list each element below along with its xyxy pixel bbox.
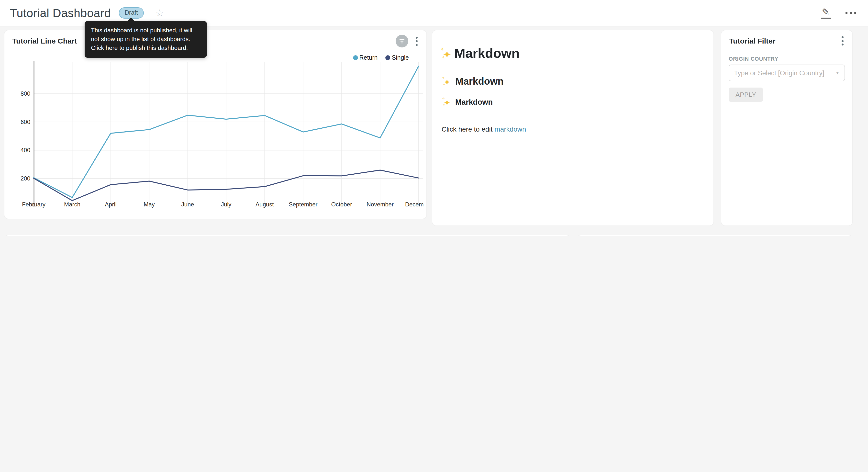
filter-scope-icon[interactable] [396,35,408,48]
svg-text:600: 600 [21,119,30,125]
markdown-h2: ✦✧✧ Markdown [441,76,706,87]
header-actions: ✎ [821,7,858,19]
sparkles-icon: ✦✧✧ [440,47,454,60]
page-title: Tutorial Dashboard [10,6,111,20]
table-card: Tutorial Table Travel Class▲▼COUNT(*)▲▼S… [577,235,852,236]
origin-country-select[interactable]: Type or Select [Origin Country] ▼ [728,65,845,81]
more-menu-icon[interactable] [843,10,858,16]
publish-tooltip[interactable]: This dashboard is not published, it will… [85,21,207,57]
filter-card: Tutorial Filter ORIGIN COUNTRY Type or S… [721,30,852,226]
chart-kebab-icon[interactable] [414,35,419,47]
filter-title: Tutorial Filter [729,37,775,45]
svg-text:September: September [289,201,317,208]
svg-text:October: October [331,201,352,208]
edit-pencil-icon[interactable]: ✎ [821,7,831,19]
markdown-body: ✦✧✧ Markdown ✦✧✧ Markdown ✦✧✧ Markdown C… [441,34,706,133]
markdown-edit-link[interactable]: markdown [494,125,526,133]
markdown-paragraph: Click here to edit markdown [441,125,706,133]
line-chart-plot: 200400600800FebruaryMarchAprilMayJuneJul… [9,58,424,216]
line-chart-card: Tutorial Line Chart ReturnSingle 2004006… [4,30,427,218]
svg-text:800: 800 [21,90,30,97]
pivot-chart-card: Tutorial Pivot Chart SUM(Cost)Department… [4,235,570,236]
draft-badge[interactable]: Draft [119,7,144,19]
filter-kebab-icon[interactable] [840,35,845,47]
chevron-down-icon: ▼ [835,70,840,75]
markdown-h3: ✦✧✧ Markdown [441,97,706,108]
svg-text:February: February [22,201,45,208]
filter-actions [840,35,845,47]
select-placeholder: Type or Select [Origin Country] [734,69,833,77]
dashboard-page: Tutorial Dashboard Draft ☆ ✎ This dashbo… [0,0,868,236]
line-chart-actions [396,35,419,48]
markdown-card: ✦✧✧ Markdown ✦✧✧ Markdown ✦✧✧ Markdown C… [432,30,713,226]
favorite-star-icon[interactable]: ☆ [156,8,164,18]
sparkles-icon: ✦✧✧ [441,97,452,108]
line-chart-title: Tutorial Line Chart [12,37,77,45]
svg-text:May: May [144,201,155,208]
svg-text:December: December [405,201,424,208]
svg-text:400: 400 [21,147,30,153]
markdown-h1: ✦✧✧ Markdown [441,46,706,61]
svg-text:200: 200 [21,175,30,182]
svg-text:August: August [255,201,274,208]
svg-text:November: November [367,201,394,208]
origin-country-label: ORIGIN COUNTRY [728,56,778,62]
svg-text:June: June [181,201,194,208]
apply-button[interactable]: APPLY [728,88,763,102]
svg-text:July: July [221,201,231,208]
svg-text:April: April [105,201,117,208]
svg-text:March: March [64,201,81,208]
sparkles-icon: ✦✧✧ [441,76,452,87]
